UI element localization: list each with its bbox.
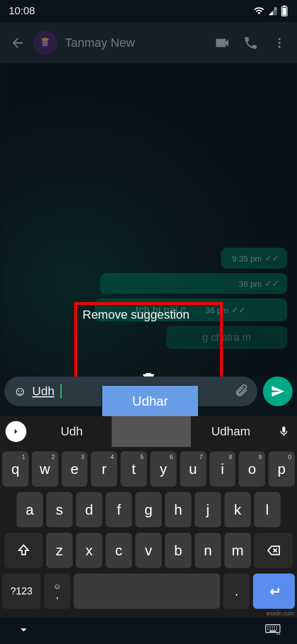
message-bubble[interactable]: 9:35 pm✓✓ [221, 248, 287, 269]
mic-icon [278, 425, 290, 438]
phone-icon [243, 35, 258, 51]
key-i[interactable]: i8 [210, 451, 236, 487]
svg-rect-2 [283, 6, 285, 7]
svg-point-22 [279, 634, 280, 635]
status-icons: R [253, 6, 288, 17]
back-button[interactable] [4, 30, 31, 56]
backspace-key[interactable] [254, 533, 293, 568]
key-w[interactable]: w2 [32, 451, 58, 487]
svg-point-18 [274, 629, 275, 630]
key-r[interactable]: r4 [91, 451, 117, 487]
trash-button[interactable] [138, 368, 160, 377]
svg-point-5 [278, 38, 280, 40]
key-b[interactable]: b [165, 533, 191, 568]
text-cursor [61, 384, 62, 399]
remove-suggestion-tooltip: Remove suggestion [80, 305, 191, 324]
svg-point-19 [276, 629, 277, 630]
symbols-key[interactable]: ?123 [2, 574, 41, 609]
read-ticks-icon: ✓✓ [265, 279, 279, 288]
svg-text:R: R [274, 7, 277, 10]
suggestion-left[interactable]: Udh [32, 424, 112, 439]
svg-point-10 [267, 626, 268, 627]
keyboard-icon [265, 624, 280, 635]
space-key[interactable] [74, 574, 220, 609]
key-k[interactable]: k [224, 492, 251, 527]
svg-rect-8 [143, 374, 154, 376]
svg-point-7 [278, 46, 280, 48]
key-a[interactable]: a [16, 492, 43, 527]
key-h[interactable]: h [165, 492, 191, 527]
keyboard: q1w2e3r4t5y6u7i8o9p0 asdfghjkl zxcvbnm ?… [0, 447, 297, 618]
shift-key[interactable] [4, 533, 43, 568]
keyboard-row-4: ?123 ☺, . [2, 574, 295, 609]
message-bubble[interactable]: 36 pm✓✓ [100, 273, 287, 294]
comma-key[interactable]: ☺, [44, 574, 70, 609]
nav-down-button[interactable] [16, 623, 31, 639]
key-o[interactable]: o9 [239, 451, 265, 487]
key-f[interactable]: f [106, 492, 132, 527]
key-z[interactable]: z [46, 533, 73, 568]
more-vert-icon [273, 36, 286, 50]
key-u[interactable]: u7 [180, 451, 206, 487]
emoji-hint-icon: ☺ [53, 582, 61, 590]
more-menu-button[interactable] [266, 30, 293, 56]
enter-key[interactable] [253, 574, 295, 609]
key-v[interactable]: v [135, 533, 162, 568]
key-j[interactable]: j [195, 492, 221, 527]
svg-point-13 [274, 626, 275, 627]
message-time: 36 pm [239, 279, 262, 288]
key-y[interactable]: y6 [150, 451, 177, 487]
svg-point-14 [276, 626, 277, 627]
keyboard-row-3: zxcvbnm [2, 533, 295, 568]
chat-area[interactable]: 9:35 pm✓✓ 36 pm✓✓ tch hi nai c 36 pm✓✓ g… [0, 63, 297, 377]
paperclip-icon [234, 383, 249, 397]
enter-icon [266, 583, 282, 599]
period-key[interactable]: . [223, 574, 250, 609]
key-m[interactable]: m [224, 533, 251, 568]
app-bar: Tanmay New [0, 22, 297, 63]
keyboard-row-2: asdfghjkl [2, 492, 295, 527]
message-list: 9:35 pm✓✓ 36 pm✓✓ tch hi nai c 36 pm✓✓ g… [95, 248, 287, 349]
key-g[interactable]: g [135, 492, 162, 527]
svg-point-16 [270, 629, 271, 630]
voice-input-button[interactable] [271, 425, 297, 438]
svg-rect-3 [283, 8, 287, 15]
arrow-left-icon [10, 35, 25, 51]
battery-icon [280, 6, 288, 17]
avatar-icon [38, 36, 52, 50]
attach-button[interactable] [234, 383, 249, 400]
message-bubble[interactable]: g chalra m [166, 326, 287, 349]
emoji-icon[interactable]: ☺ [13, 384, 27, 399]
key-t[interactable]: t5 [120, 451, 147, 487]
send-button[interactable] [263, 376, 293, 406]
svg-point-6 [278, 42, 280, 44]
key-c[interactable]: c [106, 533, 132, 568]
shift-icon [16, 543, 31, 558]
clock: 10:08 [9, 5, 35, 17]
suggestion-center[interactable] [112, 416, 191, 447]
voice-call-button[interactable] [238, 30, 264, 56]
svg-rect-4 [42, 41, 48, 46]
key-s[interactable]: s [46, 492, 73, 527]
nav-keyboard-switcher[interactable] [265, 624, 280, 637]
key-e[interactable]: e3 [62, 451, 88, 487]
contact-name[interactable]: Tanmay New [65, 36, 207, 50]
avatar[interactable] [33, 31, 57, 55]
video-call-button[interactable] [209, 30, 235, 56]
key-p[interactable]: p0 [268, 451, 295, 487]
chevron-down-icon [16, 623, 31, 637]
suggestion-right[interactable]: Udham [191, 424, 271, 439]
key-q[interactable]: q1 [2, 451, 29, 487]
video-icon [214, 35, 230, 51]
key-l[interactable]: l [254, 492, 280, 527]
keyboard-row-1: q1w2e3r4t5y6u7i8o9p0 [2, 451, 295, 487]
expand-suggestions-button[interactable] [6, 421, 26, 442]
message-time: 9:35 pm [232, 254, 262, 263]
svg-point-15 [267, 629, 268, 630]
read-ticks-icon: ✓✓ [265, 253, 279, 263]
key-x[interactable]: x [76, 533, 102, 568]
suggestion-tooltip[interactable]: Udhar [102, 386, 198, 417]
key-n[interactable]: n [195, 533, 221, 568]
key-d[interactable]: d [76, 492, 102, 527]
svg-point-21 [277, 634, 278, 635]
